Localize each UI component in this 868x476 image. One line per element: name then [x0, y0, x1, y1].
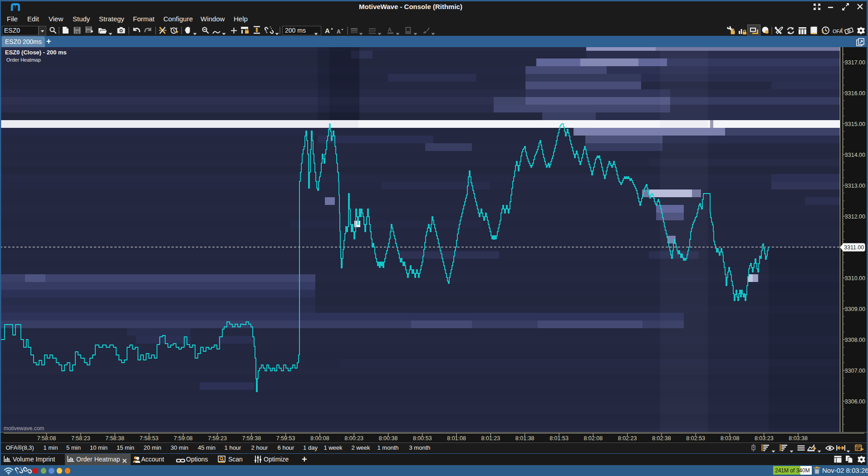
- svg-text:7:58:08: 7:58:08: [37, 435, 56, 442]
- svg-text:A: A: [388, 27, 392, 33]
- svg-text:8:01:38: 8:01:38: [515, 435, 535, 442]
- svg-text:8:03:38: 8:03:38: [789, 435, 808, 442]
- svg-text:8:02:38: 8:02:38: [652, 435, 671, 442]
- svg-text:3309.00: 3309.00: [845, 306, 865, 312]
- svg-text:3311.00: 3311.00: [844, 244, 864, 251]
- svg-text:8:01:23: 8:01:23: [481, 435, 500, 442]
- svg-text:3316.00: 3316.00: [845, 90, 865, 97]
- svg-text:8:01:08: 8:01:08: [447, 435, 466, 442]
- svg-text:3314.00: 3314.00: [845, 152, 865, 158]
- svg-text:motivewave.com: motivewave.com: [4, 425, 44, 432]
- svg-text:8:02:53: 8:02:53: [686, 435, 705, 442]
- svg-text:3313.00: 3313.00: [845, 183, 865, 189]
- svg-text:7:58:38: 7:58:38: [105, 435, 124, 442]
- svg-text:3307.00: 3307.00: [845, 368, 865, 374]
- svg-text:8:03:23: 8:03:23: [755, 435, 774, 442]
- svg-text:A: A: [337, 29, 341, 34]
- svg-text:8:01:53: 8:01:53: [549, 435, 569, 442]
- svg-text:8:00:53: 8:00:53: [413, 435, 432, 442]
- svg-text:7:59:53: 7:59:53: [276, 435, 295, 442]
- svg-text:3312.00: 3312.00: [845, 214, 865, 220]
- svg-text:7:59:23: 7:59:23: [208, 435, 227, 442]
- svg-text:7:58:23: 7:58:23: [71, 435, 90, 442]
- svg-text:7:59:38: 7:59:38: [242, 435, 261, 442]
- svg-text:3310.00: 3310.00: [845, 275, 865, 282]
- svg-text:8:02:23: 8:02:23: [618, 435, 637, 442]
- svg-text:$: $: [822, 29, 824, 34]
- svg-text:$: $: [841, 27, 843, 31]
- svg-text:7:59:08: 7:59:08: [174, 435, 193, 442]
- svg-text:8:03:08: 8:03:08: [721, 435, 740, 442]
- svg-text:3317.00: 3317.00: [845, 59, 865, 66]
- svg-text:Order Heatmap: Order Heatmap: [6, 57, 41, 63]
- svg-text:A: A: [325, 27, 330, 34]
- svg-text:8:00:38: 8:00:38: [379, 435, 398, 442]
- svg-text:8:02:08: 8:02:08: [584, 435, 603, 442]
- svg-text:3306.00: 3306.00: [845, 398, 865, 405]
- svg-text:8:00:08: 8:00:08: [310, 435, 329, 442]
- svg-text:3315.00: 3315.00: [845, 121, 865, 127]
- svg-text:7:58:53: 7:58:53: [140, 435, 159, 442]
- svg-text:8:00:23: 8:00:23: [344, 435, 363, 442]
- svg-text:3308.00: 3308.00: [845, 337, 865, 343]
- svg-text:ESZ0 (Close) - 200 ms: ESZ0 (Close) - 200 ms: [5, 49, 67, 56]
